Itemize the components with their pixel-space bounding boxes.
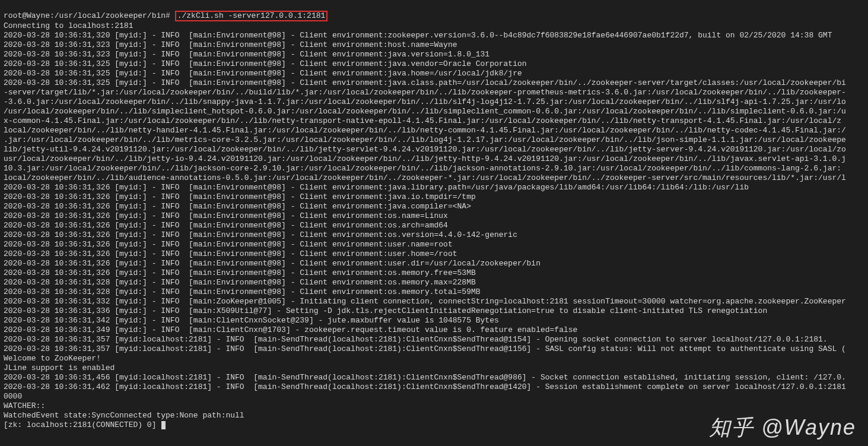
log-line: WATCHER:: xyxy=(4,401,864,411)
log-line: -server/target/lib/*.jar:/usr/local/zook… xyxy=(4,88,864,97)
log-line: 2020-03-28 10:36:31,328 [myid:] - INFO [… xyxy=(4,278,864,287)
log-line: 2020-03-28 10:36:31,326 [myid:] - INFO [… xyxy=(4,259,864,268)
log-line: 2020-03-28 10:36:31,326 [myid:] - INFO [… xyxy=(4,221,864,230)
log-line: 2020-03-28 10:36:31,349 [myid:] - INFO [… xyxy=(4,325,864,335)
terminal-output[interactable]: root@Wayne:/usr/local/zookeeper/bin# ./z… xyxy=(0,0,868,446)
log-line: 2020-03-28 10:36:31,326 [myid:] - INFO [… xyxy=(4,230,864,240)
log-line: 2020-03-28 10:36:31,326 [myid:] - INFO [… xyxy=(4,268,864,278)
log-line: 2020-03-28 10:36:31,336 [myid:] - INFO [… xyxy=(4,306,864,316)
log-line: JLine support is enabled xyxy=(4,363,864,373)
log-line: .jar:/usr/local/zookeeper/bin/../lib/met… xyxy=(4,135,864,145)
log-line: local/zookeeper/bin/../lib/netty-handler… xyxy=(4,126,864,135)
zk-prompt-line[interactable]: [zk: localhost:2181(CONNECTED) 0] xyxy=(4,420,864,430)
log-line: 2020-03-28 10:36:31,323 [myid:] - INFO [… xyxy=(4,50,864,59)
zk-prompt: [zk: localhost:2181(CONNECTED) 0] xyxy=(4,420,161,429)
log-line: 2020-03-28 10:36:31,325 [myid:] - INFO [… xyxy=(4,69,864,78)
log-line: 2020-03-28 10:36:31,456 [myid:localhost:… xyxy=(4,373,864,382)
log-line: /usr/local/zookeeper/bin/../lib/simplecl… xyxy=(4,107,864,116)
shell-prompt: root@Wayne:/usr/local/zookeeper/bin# xyxy=(4,11,170,20)
log-line: 2020-03-28 10:36:31,357 [myid:localhost:… xyxy=(4,344,864,354)
log-line: Connecting to localhost:2181 xyxy=(4,21,864,31)
log-line: x-common-4.1.45.Final.jar:/usr/local/zoo… xyxy=(4,116,864,126)
log-line: 2020-03-28 10:36:31,342 [myid:] - INFO [… xyxy=(4,316,864,325)
log-line: 2020-03-28 10:36:31,325 [myid:] - INFO [… xyxy=(4,59,864,69)
log-line: 2020-03-28 10:36:31,325 [myid:] - INFO [… xyxy=(4,78,864,88)
cursor xyxy=(161,421,166,429)
log-line: 2020-03-28 10:36:31,320 [myid:] - INFO [… xyxy=(4,31,864,40)
log-line: 2020-03-28 10:36:31,326 [myid:] - INFO [… xyxy=(4,202,864,211)
log-line: 2020-03-28 10:36:31,462 [myid:localhost:… xyxy=(4,382,864,392)
log-line: local/zookeeper/bin/../lib/audience-anno… xyxy=(4,173,864,183)
log-line: WatchedEvent state:SyncConnected type:No… xyxy=(4,411,864,420)
log-line: 10.3.jar:/usr/local/zookeeper/bin/../lib… xyxy=(4,164,864,173)
log-line: 2020-03-28 10:36:31,326 [myid:] - INFO [… xyxy=(4,249,864,259)
log-line: Welcome to ZooKeeper! xyxy=(4,354,864,363)
log-line: 2020-03-28 10:36:31,326 [myid:] - INFO [… xyxy=(4,192,864,202)
log-line: 2020-03-28 10:36:31,323 [myid:] - INFO [… xyxy=(4,40,864,50)
log-line: 2020-03-28 10:36:31,357 [myid:localhost:… xyxy=(4,335,864,344)
log-line: 2020-03-28 10:36:31,326 [myid:] - INFO [… xyxy=(4,240,864,249)
log-line: 2020-03-28 10:36:31,326 [myid:] - INFO [… xyxy=(4,211,864,221)
log-line: 2020-03-28 10:36:31,328 [myid:] - INFO [… xyxy=(4,287,864,297)
log-line: usr/local/zookeeper/bin/../lib/jetty-io-… xyxy=(4,154,864,164)
log-line: 0000 xyxy=(4,392,864,401)
log-line: 2020-03-28 10:36:31,332 [myid:] - INFO [… xyxy=(4,297,864,306)
log-line: 2020-03-28 10:36:31,326 [myid:] - INFO [… xyxy=(4,183,864,192)
log-lines: Connecting to localhost:21812020-03-28 1… xyxy=(4,21,864,420)
log-line: lib/jetty-util-9.4.24.v20191120.jar:/usr… xyxy=(4,145,864,154)
command-highlight: ./zkCli.sh -server127.0.0.1:2181 xyxy=(175,11,328,21)
log-line: -3.6.0.jar:/usr/local/zookeeper/bin/../l… xyxy=(4,97,864,107)
prompt-line: root@Wayne:/usr/local/zookeeper/bin# ./z… xyxy=(4,11,864,21)
